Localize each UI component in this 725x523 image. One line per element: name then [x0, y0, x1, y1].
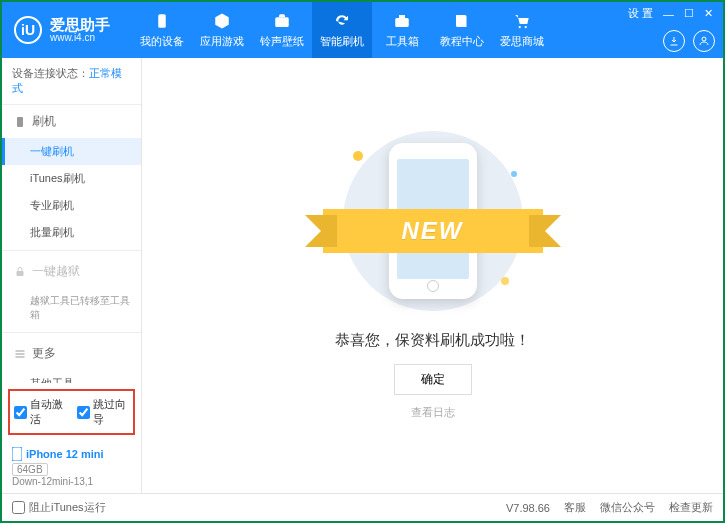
- nav-item-4[interactable]: 工具箱: [372, 2, 432, 58]
- auto-activate-checkbox[interactable]: 自动激活: [14, 397, 67, 427]
- device-storage: 64GB: [12, 463, 48, 476]
- download-icon[interactable]: [663, 30, 685, 52]
- app-url: www.i4.cn: [50, 32, 110, 43]
- svg-rect-0: [158, 14, 166, 28]
- refresh-icon: [333, 12, 351, 30]
- nav-item-2[interactable]: 铃声壁纸: [252, 2, 312, 58]
- connection-status: 设备连接状态：正常模式: [2, 58, 141, 105]
- sidebar-item-flash-2[interactable]: 专业刷机: [2, 192, 141, 219]
- app-window: iU 爱思助手 www.i4.cn 我的设备应用游戏铃声壁纸智能刷机工具箱教程中…: [0, 0, 725, 523]
- sidebar-group-jailbreak: 一键越狱: [2, 255, 141, 288]
- sidebar-group-label: 更多: [32, 345, 56, 362]
- menu-icon: [14, 348, 26, 360]
- phone-icon: [14, 116, 26, 128]
- nav-item-0[interactable]: 我的设备: [132, 2, 192, 58]
- success-message: 恭喜您，保资料刷机成功啦！: [335, 331, 530, 350]
- sidebar: 设备连接状态：正常模式 刷机 一键刷机iTunes刷机专业刷机批量刷机 一键越狱…: [2, 58, 142, 493]
- svg-rect-7: [17, 117, 23, 127]
- user-icon[interactable]: [693, 30, 715, 52]
- svg-rect-1: [275, 17, 289, 27]
- sidebar-group-label: 一键越狱: [32, 263, 80, 280]
- footer-link-wechat[interactable]: 微信公众号: [600, 500, 655, 515]
- device-sub: Down-12mini-13,1: [12, 476, 131, 487]
- svg-rect-9: [12, 447, 22, 461]
- phone-icon: [153, 12, 171, 30]
- window-controls: 设 置 — ☐ ✕: [626, 6, 715, 21]
- sidebar-item-flash-1[interactable]: iTunes刷机: [2, 165, 141, 192]
- sidebar-group-label: 刷机: [32, 113, 56, 130]
- svg-point-6: [702, 37, 706, 41]
- footer-link-update[interactable]: 检查更新: [669, 500, 713, 515]
- header: iU 爱思助手 www.i4.cn 我的设备应用游戏铃声壁纸智能刷机工具箱教程中…: [2, 2, 723, 58]
- sidebar-group-flash[interactable]: 刷机: [2, 105, 141, 138]
- sidebar-item-more-0[interactable]: 其他工具: [2, 370, 141, 383]
- sidebar-item-flash-0[interactable]: 一键刷机: [2, 138, 141, 165]
- ok-button[interactable]: 确定: [394, 364, 472, 395]
- device-icon: [12, 447, 22, 461]
- apps-icon: [213, 12, 231, 30]
- svg-rect-8: [17, 271, 24, 276]
- block-itunes-checkbox[interactable]: 阻止iTunes运行: [12, 500, 106, 515]
- device-name: iPhone 12 mini: [26, 448, 104, 460]
- maximize-button[interactable]: ☐: [682, 7, 696, 20]
- footer-link-support[interactable]: 客服: [564, 500, 586, 515]
- briefcase-icon: [273, 12, 291, 30]
- jailbreak-note: 越狱工具已转移至工具箱: [2, 288, 141, 328]
- new-ribbon: NEW: [323, 209, 543, 253]
- nav-item-3[interactable]: 智能刷机: [312, 2, 372, 58]
- svg-rect-2: [395, 18, 409, 27]
- toolbox-icon: [393, 12, 411, 30]
- main-content: NEW 恭喜您，保资料刷机成功啦！ 确定 查看日志: [142, 58, 723, 493]
- minimize-button[interactable]: —: [661, 8, 676, 20]
- logo-icon: iU: [14, 16, 42, 44]
- sidebar-group-more[interactable]: 更多: [2, 337, 141, 370]
- version-label: V7.98.66: [506, 502, 550, 514]
- app-title: 爱思助手: [50, 17, 110, 32]
- lock-icon: [14, 266, 26, 278]
- svg-point-4: [519, 25, 521, 27]
- main-nav: 我的设备应用游戏铃声壁纸智能刷机工具箱教程中心爱思商城: [132, 2, 552, 58]
- nav-item-6[interactable]: 爱思商城: [492, 2, 552, 58]
- logo: iU 爱思助手 www.i4.cn: [2, 16, 122, 44]
- sidebar-item-flash-3[interactable]: 批量刷机: [2, 219, 141, 246]
- connection-label: 设备连接状态：: [12, 67, 89, 79]
- skip-wizard-checkbox[interactable]: 跳过向导: [77, 397, 130, 427]
- device-info[interactable]: iPhone 12 mini 64GB Down-12mini-13,1: [2, 441, 141, 493]
- svg-rect-3: [399, 15, 405, 18]
- view-log-link[interactable]: 查看日志: [411, 405, 455, 420]
- svg-point-5: [525, 25, 527, 27]
- success-illustration: NEW: [343, 131, 523, 311]
- settings-link[interactable]: 设 置: [626, 6, 655, 21]
- book-icon: [453, 12, 471, 30]
- close-button[interactable]: ✕: [702, 7, 715, 20]
- footer: 阻止iTunes运行 V7.98.66 客服 微信公众号 检查更新: [2, 493, 723, 521]
- cart-icon: [513, 12, 531, 30]
- nav-item-1[interactable]: 应用游戏: [192, 2, 252, 58]
- nav-item-5[interactable]: 教程中心: [432, 2, 492, 58]
- options-box: 自动激活 跳过向导: [8, 389, 135, 435]
